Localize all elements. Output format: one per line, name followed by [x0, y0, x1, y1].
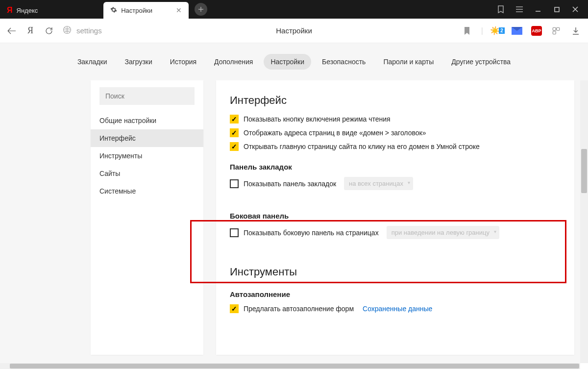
checkbox-autofill[interactable] — [230, 304, 239, 313]
check-address-format-row: Отображать адреса страниц в виде «домен … — [230, 128, 561, 137]
check-label: Открывать главную страницу сайта по клик… — [244, 143, 480, 150]
check-label: Предлагать автозаполнение форм — [244, 305, 354, 313]
titlebar: Я Яндекс Настройки ✕ — [0, 0, 588, 19]
reload-button[interactable] — [44, 26, 54, 36]
new-tab-button[interactable] — [195, 3, 207, 16]
bookmark-flag-icon[interactable] — [462, 25, 472, 36]
sidebar-item-interface[interactable]: Интерфейс — [91, 129, 203, 147]
topnav-bookmarks[interactable]: Закладки — [71, 54, 114, 70]
checkbox-bookmarks-panel[interactable] — [230, 179, 239, 188]
back-button[interactable] — [7, 26, 17, 36]
checkbox-address-format[interactable] — [230, 128, 239, 137]
maximize-button[interactable] — [553, 5, 561, 13]
adblock-extension-icon[interactable]: ABP — [531, 25, 542, 36]
settings-topnav: Закладки Загрузки История Дополнения Нас… — [0, 43, 588, 80]
link-saved-data[interactable]: Сохраненные данные — [363, 305, 432, 313]
topnav-settings[interactable]: Настройки — [264, 54, 311, 70]
svg-rect-3 — [557, 27, 560, 30]
tab-yandex[interactable]: Я Яндекс — [0, 2, 45, 19]
yandex-logo-icon: Я — [7, 6, 13, 15]
sub-side-panel: Боковая панель — [230, 212, 561, 220]
yandex-home-icon[interactable]: Я — [25, 26, 35, 36]
check-bookmarks-panel-row: Показывать панель закладок на всех стран… — [230, 177, 561, 190]
sidebar-item-system[interactable]: Системные — [91, 182, 203, 200]
tab-label: Яндекс — [17, 7, 38, 14]
check-domain-click-row: Открывать главную страницу сайта по клик… — [230, 142, 561, 151]
scrollbar-h-thumb[interactable] — [10, 364, 579, 369]
check-autofill-row: Предлагать автозаполнение форм Сохраненн… — [230, 304, 561, 313]
settings-main: Интерфейс Показывать кнопку включения ре… — [216, 80, 574, 355]
sidebar-item-general[interactable]: Общие настройки — [91, 112, 203, 129]
weather-badge: 2 — [499, 27, 505, 34]
url-text: settings — [76, 26, 102, 35]
tab-settings[interactable]: Настройки ✕ — [103, 2, 189, 19]
topnav-devices[interactable]: Другие устройства — [444, 54, 517, 70]
horizontal-scrollbar[interactable] — [0, 363, 580, 369]
settings-content: Закладки Загрузки История Дополнения Нас… — [0, 43, 588, 363]
extensions-icon[interactable] — [551, 25, 562, 36]
topnav-history[interactable]: История — [163, 54, 203, 70]
gear-icon — [110, 6, 117, 15]
sub-bookmarks-panel: Панель закладок — [230, 163, 561, 171]
section-tools-title: Инструменты — [230, 266, 561, 278]
url-area[interactable]: settings — [63, 25, 102, 36]
checkbox-side-panel[interactable] — [230, 228, 239, 237]
select-side-panel-mode[interactable]: при наведении на левую границу — [387, 226, 499, 239]
section-interface-title: Интерфейс — [230, 94, 561, 107]
check-label: Показывать кнопку включения режима чтени… — [244, 115, 391, 123]
sidebar-item-tools[interactable]: Инструменты — [91, 147, 203, 165]
check-label: Показывать панель закладок — [244, 180, 336, 188]
checkbox-reader-mode[interactable] — [230, 115, 239, 123]
minimize-button[interactable] — [534, 5, 542, 13]
close-button[interactable] — [571, 5, 579, 13]
topnav-passwords[interactable]: Пароли и карты — [376, 54, 441, 70]
search-input[interactable] — [99, 87, 195, 105]
bookmark-icon[interactable] — [497, 5, 505, 13]
topnav-downloads[interactable]: Загрузки — [118, 54, 159, 70]
menu-icon[interactable] — [515, 5, 523, 13]
check-side-panel-row: Показывать боковую панель на страницах п… — [230, 226, 561, 239]
downloads-icon[interactable] — [570, 25, 581, 36]
mail-extension-icon[interactable] — [512, 25, 522, 36]
close-tab-icon[interactable]: ✕ — [176, 6, 182, 14]
tab-label: Настройки — [121, 7, 152, 14]
search-box — [91, 80, 203, 112]
titlebar-right — [497, 5, 588, 13]
topnav-extensions[interactable]: Дополнения — [207, 54, 260, 70]
page-title: Настройки — [276, 26, 312, 35]
vertical-scrollbar[interactable] — [580, 43, 588, 363]
settings-sidebar: Общие настройки Интерфейс Инструменты Са… — [91, 80, 203, 355]
checkbox-domain-click[interactable] — [230, 142, 239, 151]
check-reader-mode-row: Показывать кнопку включения режима чтени… — [230, 115, 561, 123]
site-icon — [63, 25, 72, 36]
weather-extension-icon[interactable]: ☀️ 2 — [492, 25, 503, 36]
address-bar: Я settings Настройки | ☀️ 2 ABP — [0, 19, 588, 43]
scrollbar-thumb[interactable] — [581, 149, 587, 193]
svg-rect-2 — [553, 27, 556, 30]
topnav-security[interactable]: Безопасность — [315, 54, 372, 70]
addrbar-extensions: | ☀️ 2 ABP — [462, 25, 581, 36]
check-label: Отображать адреса страниц в виде «домен … — [244, 129, 426, 137]
sidebar-item-sites[interactable]: Сайты — [91, 165, 203, 182]
check-label: Показывать боковую панель на страницах — [244, 229, 379, 237]
svg-rect-0 — [555, 7, 559, 12]
sub-autofill: Автозаполнение — [230, 290, 561, 298]
svg-rect-4 — [553, 31, 556, 34]
select-bookmarks-scope[interactable]: на всех страницах — [344, 177, 413, 190]
